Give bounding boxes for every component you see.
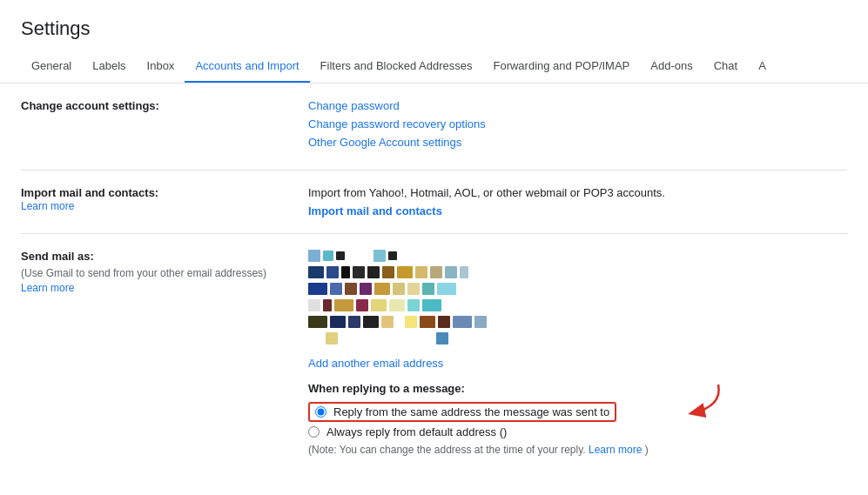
import-mail-content: Import from Yahoo!, Hotmail, AOL, or oth… [308, 186, 847, 217]
tab-inbox[interactable]: Inbox [137, 50, 185, 84]
reply-row-wrapper: Reply from the same address the message … [308, 402, 847, 456]
tab-forwarding-pop[interactable]: Forwarding and POP/IMAP [482, 50, 640, 84]
avatar-block [397, 266, 413, 278]
avatar-block [415, 266, 427, 278]
avatar-block [330, 316, 346, 328]
add-email-link[interactable]: Add another email address [308, 357, 847, 370]
reply-default-radio[interactable] [308, 426, 320, 438]
avatar-block [430, 266, 442, 278]
avatar-block [326, 266, 339, 278]
avatar-block [388, 251, 397, 260]
avatar-block [407, 299, 420, 311]
tab-accounts-import[interactable]: Accounts and Import [185, 50, 309, 84]
change-account-row: Change account settings: Change password… [21, 84, 847, 171]
avatar-block [326, 332, 338, 344]
avatar-block [422, 283, 434, 295]
avatar-block [353, 266, 365, 278]
page-title: Settings [0, 0, 868, 50]
avatar-block [308, 299, 320, 311]
avatar-block [438, 316, 450, 328]
import-learn-more-link[interactable]: Learn more [21, 200, 74, 212]
tab-chat[interactable]: Chat [703, 50, 748, 84]
tabs-bar: General Labels Inbox Accounts and Import… [0, 50, 868, 84]
reply-same-label: Reply from the same address the message … [333, 405, 609, 418]
send-mail-content: Add another email address When replying … [308, 250, 847, 456]
tab-general[interactable]: General [21, 50, 82, 84]
avatar-block [323, 251, 333, 261]
reply-default-label: Always reply from default address ( [326, 425, 503, 438]
avatar-block [308, 250, 320, 262]
avatar-block [393, 283, 405, 295]
import-mail-action-link[interactable]: Import mail and contacts [308, 204, 442, 217]
avatar-block [341, 266, 350, 278]
avatar-block [437, 283, 456, 295]
import-mail-title: Import mail and contacts: [21, 186, 287, 199]
avatar-block [381, 316, 394, 328]
other-google-account-link[interactable]: Other Google Account settings [308, 136, 847, 149]
avatar-block [348, 316, 360, 328]
avatar-block [308, 316, 327, 328]
avatar-block [336, 251, 345, 260]
avatar-block [373, 250, 386, 262]
send-mail-sub: (Use Gmail to send from your other email… [21, 266, 287, 281]
avatar-block [367, 266, 380, 278]
reply-default-end: ) [503, 425, 507, 438]
avatar-block [422, 299, 441, 311]
avatar-block [382, 266, 394, 278]
avatar-block [436, 332, 448, 344]
send-mail-label: Send mail as: (Use Gmail to send from yo… [21, 250, 308, 294]
email-avatars-grid [308, 250, 847, 346]
send-mail-title: Send mail as: [21, 250, 287, 263]
change-password-recovery-link[interactable]: Change password recovery options [308, 117, 847, 130]
avatar-block [453, 316, 472, 328]
avatar-block [389, 299, 405, 311]
reply-note-link[interactable]: Learn more [589, 444, 642, 456]
tab-addons[interactable]: Add-ons [640, 50, 703, 84]
avatar-block [308, 266, 324, 278]
avatar-block [363, 316, 379, 328]
avatar-block [407, 283, 420, 295]
change-account-label: Change account settings: [21, 99, 308, 112]
change-account-title: Change account settings: [21, 99, 159, 112]
import-mail-row: Import mail and contacts: Learn more Imp… [21, 171, 847, 234]
avatar-block [308, 283, 327, 295]
avatar-block [323, 299, 332, 311]
send-mail-learn-more-link[interactable]: Learn more [21, 282, 74, 294]
red-arrow-icon [666, 380, 727, 428]
send-mail-row: Send mail as: (Use Gmail to send from yo… [21, 234, 847, 472]
reply-options: Reply from the same address the message … [308, 402, 649, 456]
tab-labels[interactable]: Labels [82, 50, 136, 84]
import-mail-description: Import from Yahoo!, Hotmail, AOL, or oth… [308, 186, 847, 199]
reply-section-label: When replying to a message: [308, 382, 847, 395]
avatar-block [445, 266, 457, 278]
tab-filters-blocked[interactable]: Filters and Blocked Addresses [310, 50, 483, 84]
avatar-block [405, 316, 417, 328]
reply-option-same[interactable]: Reply from the same address the message … [308, 402, 649, 422]
import-mail-label: Import mail and contacts: Learn more [21, 186, 308, 212]
avatar-block [371, 299, 387, 311]
avatar-block [345, 283, 357, 295]
avatar-block [330, 283, 342, 295]
reply-option-default[interactable]: Always reply from default address ( ) [308, 425, 649, 438]
settings-content: Change account settings: Change password… [0, 84, 868, 472]
avatar-block [360, 283, 372, 295]
avatar-block [374, 283, 390, 295]
avatar-block [334, 299, 353, 311]
reply-same-radio[interactable] [315, 406, 326, 418]
reply-note: (Note: You can change the address at the… [308, 444, 649, 456]
avatar-block [356, 299, 368, 311]
avatar-block [460, 266, 468, 278]
change-account-content: Change password Change password recovery… [308, 99, 847, 154]
avatar-block [420, 316, 435, 328]
avatar-block [474, 316, 487, 328]
change-password-link[interactable]: Change password [308, 99, 847, 112]
tab-more[interactable]: A [748, 50, 777, 84]
